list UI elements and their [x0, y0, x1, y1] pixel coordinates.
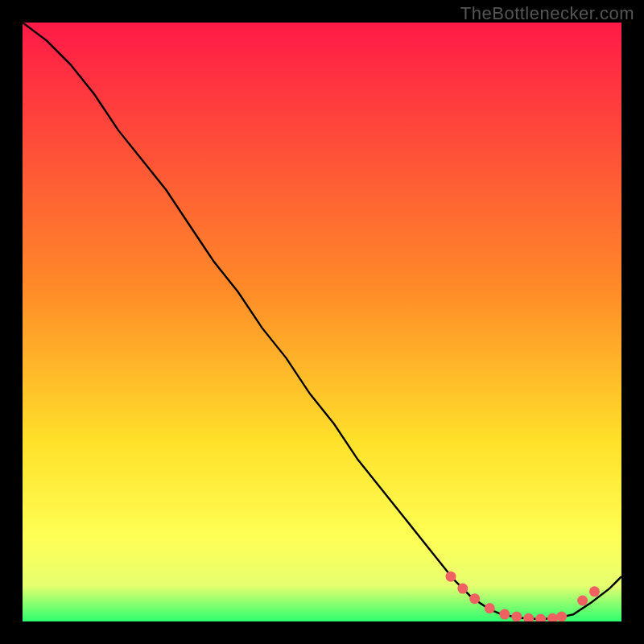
marker-dot — [556, 612, 567, 622]
marker-dot — [469, 593, 480, 604]
plot-svg — [23, 23, 621, 621]
watermark-label: TheBottlenecker.com — [460, 3, 634, 24]
marker-dot — [457, 584, 468, 594]
marker-dot — [577, 596, 588, 606]
marker-dot — [446, 572, 456, 582]
marker-dot — [589, 586, 600, 597]
chart-stage: TheBottlenecker.com — [0, 0, 644, 644]
gradient-bg — [23, 23, 621, 621]
marker-dot — [485, 603, 495, 613]
marker-dot — [511, 612, 522, 622]
bottleneck-plot — [23, 23, 621, 621]
marker-dot — [499, 609, 510, 620]
